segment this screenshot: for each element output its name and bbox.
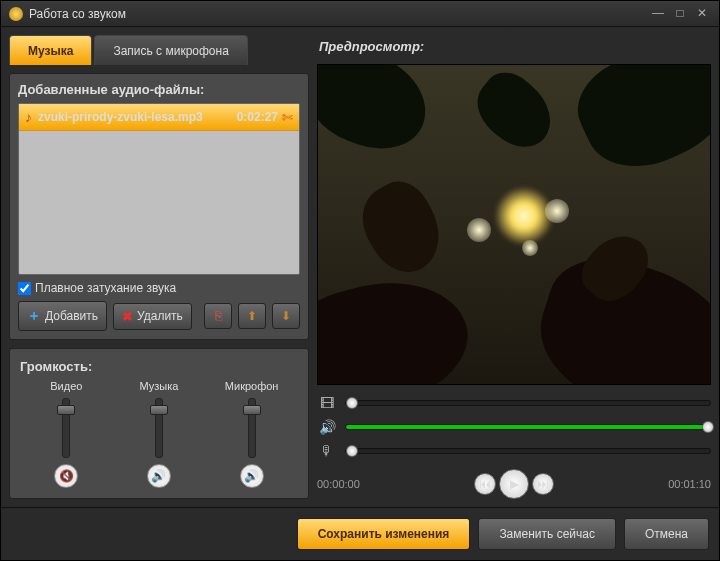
video-track[interactable] bbox=[345, 400, 711, 406]
music-mute-button[interactable]: 🔊 bbox=[147, 464, 171, 488]
prev-button[interactable]: ⏮ bbox=[474, 473, 496, 495]
fade-label: Плавное затухание звука bbox=[35, 281, 176, 295]
replace-now-button[interactable]: Заменить сейчас bbox=[478, 518, 616, 550]
mic-track[interactable] bbox=[345, 448, 711, 454]
volume-heading: Громкость: bbox=[20, 359, 298, 374]
skip-forward-icon: ⏭ bbox=[537, 477, 549, 491]
minimize-button[interactable]: — bbox=[649, 7, 667, 21]
sound-editor-window: Работа со звуком — □ ✕ Музыка Запись с м… bbox=[0, 0, 720, 561]
video-preview[interactable] bbox=[317, 64, 711, 385]
cancel-button[interactable]: Отмена bbox=[624, 518, 709, 550]
file-list[interactable]: ♪ zvuki-prirody-zvuki-lesa.mp3 0:02:27 ✄ bbox=[18, 103, 300, 275]
volume-panel: Громкость: Видео 🔇 Музыка 🔊 Микрофон bbox=[9, 348, 309, 499]
maximize-button[interactable]: □ bbox=[671, 7, 689, 21]
film-icon: 🎞 bbox=[317, 395, 337, 411]
next-button[interactable]: ⏭ bbox=[532, 473, 554, 495]
speaker-icon: 🔊 bbox=[151, 469, 166, 483]
titlebar: Работа со звуком — □ ✕ bbox=[1, 1, 719, 27]
file-duration: 0:02:27 bbox=[237, 110, 278, 124]
file-name: zvuki-prirody-zvuki-lesa.mp3 bbox=[38, 110, 237, 124]
speaker-icon: 🔊 bbox=[244, 469, 259, 483]
volume-video: Видео 🔇 bbox=[36, 380, 96, 488]
save-button[interactable]: Сохранить изменения bbox=[297, 518, 471, 550]
sync-button[interactable]: ⎘ bbox=[204, 303, 232, 329]
audio-track[interactable] bbox=[345, 424, 711, 430]
plus-icon: ＋ bbox=[27, 307, 41, 325]
playback-controls: ⏮ ▶ ⏭ bbox=[474, 469, 554, 499]
arrow-up-icon: ⬆ bbox=[247, 309, 257, 323]
x-icon: ✖ bbox=[122, 309, 133, 324]
dialog-footer: Сохранить изменения Заменить сейчас Отме… bbox=[1, 507, 719, 560]
app-icon bbox=[9, 7, 23, 21]
add-button[interactable]: ＋ Добавить bbox=[18, 301, 107, 331]
video-mute-button[interactable]: 🔇 bbox=[54, 464, 78, 488]
volume-mic: Микрофон 🔊 bbox=[222, 380, 282, 488]
sync-icon: ⎘ bbox=[215, 309, 222, 323]
fade-checkbox-row[interactable]: Плавное затухание звука bbox=[18, 281, 300, 295]
mic-volume-slider[interactable] bbox=[248, 398, 256, 458]
fade-checkbox[interactable] bbox=[18, 282, 31, 295]
audio-files-panel: Добавленные аудио-файлы: ♪ zvuki-prirody… bbox=[9, 73, 309, 340]
speaker-track-icon: 🔊 bbox=[317, 419, 337, 435]
time-current: 00:00:00 bbox=[317, 478, 360, 490]
close-button[interactable]: ✕ bbox=[693, 7, 711, 21]
delete-button[interactable]: ✖ Удалить bbox=[113, 303, 192, 330]
music-note-icon: ♪ bbox=[25, 109, 32, 125]
time-total: 00:01:10 bbox=[668, 478, 711, 490]
move-up-button[interactable]: ⬆ bbox=[238, 303, 266, 329]
play-button[interactable]: ▶ bbox=[499, 469, 529, 499]
files-heading: Добавленные аудио-файлы: bbox=[18, 82, 300, 97]
mic-mute-button[interactable]: 🔊 bbox=[240, 464, 264, 488]
timeline-tracks: 🎞 🔊 🎙 bbox=[317, 395, 711, 459]
scissors-icon[interactable]: ✄ bbox=[282, 110, 293, 125]
mic-icon: 🎙 bbox=[317, 443, 337, 459]
tab-mic-record[interactable]: Запись с микрофона bbox=[94, 35, 247, 65]
volume-music: Музыка 🔊 bbox=[129, 380, 189, 488]
speaker-muted-icon: 🔇 bbox=[59, 469, 74, 483]
tab-music[interactable]: Музыка bbox=[9, 35, 92, 65]
tabs: Музыка Запись с микрофона bbox=[9, 35, 309, 65]
window-title: Работа со звуком bbox=[29, 7, 645, 21]
file-row[interactable]: ♪ zvuki-prirody-zvuki-lesa.mp3 0:02:27 ✄ bbox=[19, 104, 299, 131]
music-volume-slider[interactable] bbox=[155, 398, 163, 458]
skip-back-icon: ⏮ bbox=[479, 477, 491, 491]
video-volume-slider[interactable] bbox=[62, 398, 70, 458]
play-icon: ▶ bbox=[510, 477, 519, 491]
preview-heading: Предпросмотр: bbox=[319, 39, 711, 54]
arrow-down-icon: ⬇ bbox=[281, 309, 291, 323]
move-down-button[interactable]: ⬇ bbox=[272, 303, 300, 329]
